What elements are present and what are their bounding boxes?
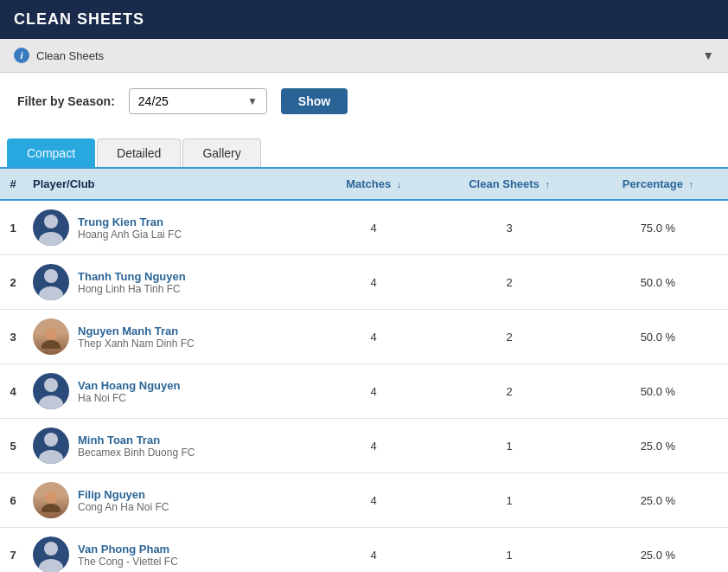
player-club: Thep Xanh Nam Dinh FC — [78, 337, 195, 350]
table-row: 5 Minh Toan Tran Becamex Binh Duong FC 4… — [0, 419, 728, 473]
cell-percentage: 25.0 % — [588, 419, 728, 473]
player-name[interactable]: Nguyen Manh Tran — [78, 325, 178, 337]
cell-cleansheets: 2 — [431, 255, 587, 310]
filter-row: Filter by Season: 24/25 ▼ Show — [0, 73, 728, 130]
svg-point-0 — [45, 328, 57, 340]
cell-rank: 2 — [0, 255, 26, 310]
cell-matches: 4 — [316, 364, 431, 419]
player-club: The Cong - Viettel FC — [78, 556, 178, 568]
player-name[interactable]: Van Phong Pham — [78, 543, 169, 556]
avatar — [33, 482, 69, 518]
cell-rank: 4 — [0, 364, 26, 419]
cell-cleansheets: 3 — [431, 200, 587, 255]
info-bar: i Clean Sheets ▼ — [0, 39, 728, 73]
cell-player: Thanh Tung Nguyen Hong Linh Ha Tinh FC — [26, 255, 316, 310]
avatar — [33, 373, 69, 409]
table-row: 3 Nguyen Manh Tran Thep Xanh Nam Dinh FC… — [0, 310, 728, 364]
col-cleansheets[interactable]: Clean Sheets ↑ — [431, 168, 587, 200]
cell-rank: 3 — [0, 310, 26, 364]
player-cell: Minh Toan Tran Becamex Binh Duong FC — [33, 427, 310, 464]
cell-matches: 4 — [316, 255, 431, 310]
cell-matches: 4 — [316, 473, 431, 528]
info-icon: i — [14, 48, 29, 63]
col-percentage[interactable]: Percentage ↑ — [588, 168, 728, 200]
cell-percentage: 25.0 % — [588, 528, 728, 573]
player-cell: Van Phong Pham The Cong - Viettel FC — [33, 537, 310, 572]
page-title: CLEAN SHEETS — [14, 10, 144, 28]
player-name[interactable]: Filip Nguyen — [78, 488, 145, 501]
table-row: 1 Trung Kien Tran Hoang Anh Gia Lai FC 4… — [0, 200, 728, 255]
percentage-sort-arrow: ↑ — [688, 179, 693, 190]
player-name[interactable]: Thanh Tung Nguyen — [78, 270, 186, 283]
player-cell: Thanh Tung Nguyen Hong Linh Ha Tinh FC — [33, 264, 310, 300]
tab-detailed[interactable]: Detailed — [97, 138, 181, 167]
svg-point-3 — [42, 504, 61, 512]
percentage-sort-link[interactable]: Percentage ↑ — [623, 177, 693, 190]
cell-player: Van Hoang Nguyen Ha Noi FC — [26, 364, 316, 419]
cell-rank: 7 — [0, 528, 26, 573]
cell-rank: 6 — [0, 473, 26, 528]
player-info: Van Hoang Nguyen Ha Noi FC — [78, 379, 180, 404]
avatar-svg — [39, 488, 63, 512]
player-name[interactable]: Trung Kien Tran — [78, 215, 163, 228]
table-row: 6 Filip Nguyen Cong An Ha Noi FC 4 1 25.… — [0, 473, 728, 528]
tabs-wrapper: Compact Detailed Gallery — [0, 130, 728, 167]
col-rank: # — [0, 168, 26, 200]
player-name[interactable]: Van Hoang Nguyen — [78, 379, 180, 392]
tabs: Compact Detailed Gallery — [7, 138, 728, 167]
matches-sort-arrow: ↓ — [397, 179, 402, 190]
cell-player: Minh Toan Tran Becamex Binh Duong FC — [26, 419, 316, 473]
show-button[interactable]: Show — [281, 88, 348, 114]
tab-gallery[interactable]: Gallery — [182, 138, 260, 167]
table-body: 1 Trung Kien Tran Hoang Anh Gia Lai FC 4… — [0, 200, 728, 572]
cleansheets-sort-arrow: ↑ — [545, 179, 550, 190]
cell-percentage: 25.0 % — [588, 473, 728, 528]
player-info: Minh Toan Tran Becamex Binh Duong FC — [78, 434, 195, 459]
player-cell: Nguyen Manh Tran Thep Xanh Nam Dinh FC — [33, 318, 310, 355]
avatar — [33, 264, 69, 300]
table-row: 4 Van Hoang Nguyen Ha Noi FC 4 2 50.0 % — [0, 364, 728, 419]
cell-player: Van Phong Pham The Cong - Viettel FC — [26, 528, 316, 573]
tab-compact[interactable]: Compact — [7, 138, 95, 167]
cell-matches: 4 — [316, 419, 431, 473]
player-info: Trung Kien Tran Hoang Anh Gia Lai FC — [78, 215, 182, 241]
cell-percentage: 75.0 % — [588, 200, 728, 255]
avatar — [33, 318, 69, 355]
player-cell: Van Hoang Nguyen Ha Noi FC — [33, 373, 310, 409]
cell-cleansheets: 1 — [431, 419, 587, 473]
info-dropdown-arrow[interactable]: ▼ — [702, 48, 714, 62]
season-select[interactable]: 24/25 ▼ — [129, 88, 267, 114]
player-info: Thanh Tung Nguyen Hong Linh Ha Tinh FC — [78, 270, 186, 295]
cell-player: Filip Nguyen Cong An Ha Noi FC — [26, 473, 316, 528]
col-matches[interactable]: Matches ↓ — [316, 168, 431, 200]
player-club: Hoang Anh Gia Lai FC — [78, 228, 182, 241]
table-row: 7 Van Phong Pham The Cong - Viettel FC 4… — [0, 528, 728, 573]
cell-rank: 1 — [0, 200, 26, 255]
player-club: Cong An Ha Noi FC — [78, 501, 169, 513]
player-club: Becamex Binh Duong FC — [78, 447, 195, 459]
cleansheets-sort-link[interactable]: Clean Sheets ↑ — [469, 177, 550, 190]
info-label: Clean Sheets — [36, 49, 695, 62]
player-info: Filip Nguyen Cong An Ha Noi FC — [78, 488, 169, 513]
cell-player: Nguyen Manh Tran Thep Xanh Nam Dinh FC — [26, 310, 316, 364]
cell-percentage: 50.0 % — [588, 364, 728, 419]
avatar — [33, 209, 69, 246]
cell-cleansheets: 2 — [431, 364, 587, 419]
cell-player: Trung Kien Tran Hoang Anh Gia Lai FC — [26, 200, 316, 255]
cell-cleansheets: 1 — [431, 528, 587, 573]
table-header-row: # Player/Club Matches ↓ Clean Sheets ↑ P… — [0, 168, 728, 200]
cell-percentage: 50.0 % — [588, 255, 728, 310]
svg-point-1 — [42, 340, 61, 349]
page-header: CLEAN SHEETS — [0, 0, 728, 39]
cell-cleansheets: 1 — [431, 473, 587, 528]
season-value: 24/25 — [138, 94, 169, 108]
player-club: Ha Noi FC — [78, 392, 180, 404]
cell-matches: 4 — [316, 200, 431, 255]
player-cell: Filip Nguyen Cong An Ha Noi FC — [33, 482, 310, 518]
player-club: Hong Linh Ha Tinh FC — [78, 283, 186, 295]
cell-percentage: 50.0 % — [588, 310, 728, 364]
table-row: 2 Thanh Tung Nguyen Hong Linh Ha Tinh FC… — [0, 255, 728, 310]
stats-table: # Player/Club Matches ↓ Clean Sheets ↑ P… — [0, 167, 728, 572]
matches-sort-link[interactable]: Matches ↓ — [346, 177, 401, 190]
player-name[interactable]: Minh Toan Tran — [78, 434, 160, 447]
